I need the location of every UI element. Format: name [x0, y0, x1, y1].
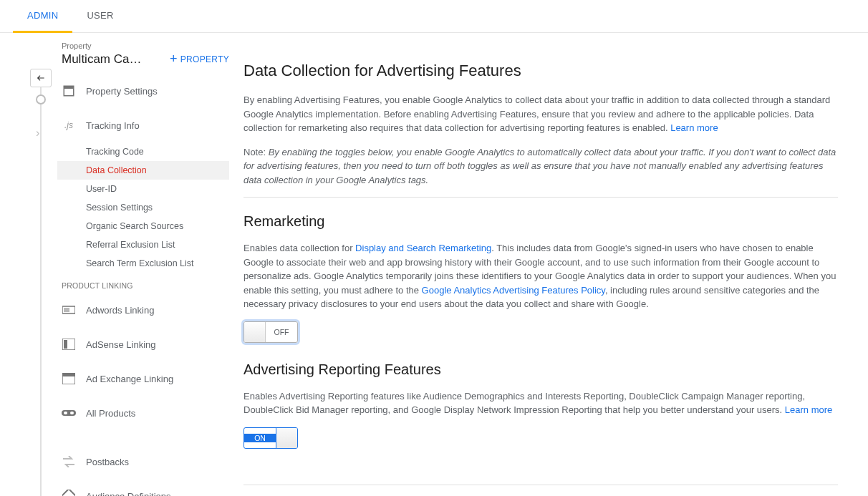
note-paragraph: Note: By enabling the toggles below, you… [243, 145, 838, 188]
toggle-off-label: OFF [266, 328, 297, 336]
tab-admin[interactable]: ADMIN [13, 0, 72, 33]
advertising-reporting-paragraph: Enables Advertising Reporting features l… [243, 389, 838, 417]
sidebar: Property Multicam Can… + PROPERTY Proper… [57, 33, 229, 496]
main-content: Data Collection for Advertising Features… [229, 33, 852, 496]
svg-rect-13 [62, 490, 75, 496]
expand-arrow-icon[interactable]: › [36, 127, 39, 140]
sidebar-item-organic-sources[interactable]: Organic Search Sources [57, 217, 229, 235]
sidebar-item-property-settings[interactable]: Property Settings [57, 74, 229, 108]
sidebar-item-adexchange[interactable]: Ad Exchange Linking [57, 361, 229, 396]
svg-rect-11 [64, 412, 67, 414]
learn-more-link-2[interactable]: Learn more [785, 404, 832, 415]
advertising-policy-link[interactable]: Google Analytics Advertising Features Po… [422, 285, 605, 296]
vertical-line [40, 87, 42, 496]
product-linking-label: PRODUCT LINKING [57, 273, 229, 293]
create-property-label: PROPERTY [180, 54, 229, 64]
sidebar-item-all-products[interactable]: All Products [57, 396, 229, 430]
property-label: Property [57, 42, 229, 50]
intro-paragraph: By enabling Advertising Features, you en… [243, 93, 838, 135]
adsense-icon [62, 337, 76, 351]
sidebar-item-data-collection[interactable]: Data Collection [57, 161, 229, 180]
js-icon: .js [62, 118, 76, 132]
toggle-knob [244, 322, 266, 342]
svg-rect-1 [64, 86, 74, 89]
display-search-link[interactable]: Display and Search Remarketing [355, 243, 491, 253]
sidebar-item-postbacks[interactable]: Postbacks [57, 444, 229, 479]
advertising-reporting-toggle[interactable]: ON [243, 427, 298, 449]
postbacks-icon [62, 454, 76, 469]
divider-2 [243, 485, 838, 485]
property-name[interactable]: Multicam Can… [62, 52, 148, 67]
sidebar-item-tracking-info[interactable]: .js Tracking Info [57, 108, 229, 142]
sidebar-item-referral-exclusion[interactable]: Referral Exclusion List [57, 235, 229, 254]
svg-rect-7 [64, 340, 67, 349]
svg-rect-9 [62, 373, 75, 376]
back-arrow-icon [35, 73, 47, 83]
remarketing-toggle[interactable]: OFF [243, 321, 298, 343]
audience-icon [62, 489, 76, 496]
sidebar-item-session-settings[interactable]: Session Settings [57, 198, 229, 217]
svg-rect-12 [70, 412, 74, 414]
toggle-on-label: ON [244, 434, 276, 442]
sidebar-item-tracking-code[interactable]: Tracking Code [57, 142, 229, 161]
sidebar-item-search-term-exclusion[interactable]: Search Term Exclusion List [57, 254, 229, 273]
remarketing-heading: Remarketing [243, 213, 838, 230]
sidebar-item-adsense[interactable]: AdSense Linking [57, 327, 229, 361]
sidebar-item-adwords[interactable]: Adwords Linking [57, 293, 229, 327]
remarketing-paragraph: Enables data collection for Display and … [243, 241, 838, 311]
sidebar-item-user-id[interactable]: User-ID [57, 180, 229, 198]
sidebar-item-audience-definitions[interactable]: Audience Definitions [57, 479, 229, 496]
plus-icon: + [170, 52, 178, 67]
toggle-knob [276, 428, 297, 448]
learn-more-link[interactable]: Learn more [670, 122, 718, 133]
back-button[interactable] [30, 69, 52, 87]
advertising-reporting-heading: Advertising Reporting Features [243, 361, 838, 378]
divider [243, 197, 838, 198]
page-title: Data Collection for Advertising Features [243, 62, 838, 80]
link-icon [62, 406, 76, 420]
adexchange-icon [62, 371, 76, 386]
top-tabs: ADMIN USER [0, 0, 868, 33]
tab-user[interactable]: USER [72, 0, 127, 32]
timeline-dot [36, 94, 46, 104]
create-property-button[interactable]: + PROPERTY [170, 52, 229, 67]
settings-box-icon [62, 84, 76, 98]
left-rail: › [0, 33, 57, 496]
adwords-icon [62, 303, 76, 317]
